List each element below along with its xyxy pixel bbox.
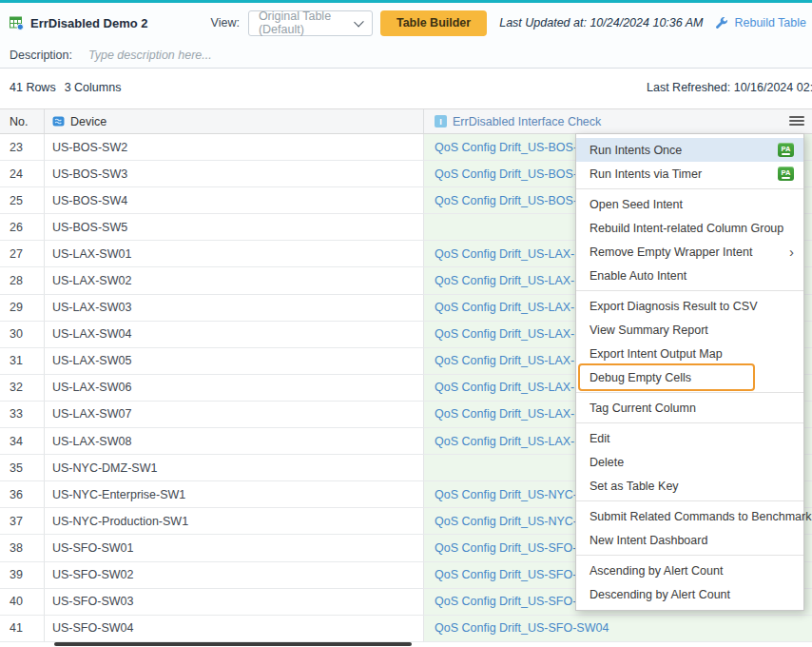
intent-check-cell: QoS Config Drift_US-SFO-SW04 bbox=[424, 616, 812, 642]
column-menu-icon[interactable] bbox=[789, 116, 804, 126]
device-cell: US-LAX-SW03 bbox=[45, 295, 424, 322]
last-updated-text: Last Updated at: 10/24/2024 10:36 AM bbox=[499, 16, 703, 29]
device-cell: US-NYC-Enterprise-SW1 bbox=[45, 481, 424, 508]
row-number-cell: 28 bbox=[0, 267, 45, 294]
horizontal-scrollbar-thumb[interactable] bbox=[54, 642, 412, 646]
menu-item-debug-empty-cells[interactable]: Debug Empty Cells bbox=[576, 365, 803, 389]
device-cell: US-LAX-SW05 bbox=[45, 348, 424, 375]
device-cell: US-LAX-SW07 bbox=[45, 402, 424, 428]
menu-item-new-intent-dashboard[interactable]: New Intent Dashboard bbox=[576, 528, 803, 552]
menu-item-submit-related-commands-to-benchmark[interactable]: Submit Related Commands to Benchmark bbox=[576, 504, 803, 528]
menu-item-open-seed-intent[interactable]: Open Seed Intent bbox=[576, 192, 803, 216]
device-cell: US-BOS-SW3 bbox=[45, 161, 424, 187]
column-header-no[interactable]: No. bbox=[0, 109, 45, 133]
row-number-cell: 36 bbox=[0, 481, 45, 508]
menu-item-rebuild-intent-related-column-group[interactable]: Rebuild Intent-related Column Group bbox=[576, 216, 803, 240]
intent-icon: I bbox=[435, 115, 447, 127]
row-number-cell: 29 bbox=[0, 295, 45, 322]
column-count: 3 Columns bbox=[65, 81, 122, 94]
column-header-device-label: Device bbox=[70, 115, 106, 128]
menu-item-label: Run Intents via Timer bbox=[590, 167, 778, 181]
menu-separator bbox=[576, 392, 803, 393]
device-cell: US-BOS-SW2 bbox=[45, 134, 424, 161]
device-cell: US-NYC-DMZ-SW1 bbox=[45, 455, 424, 481]
menu-item-label: Remove Empty Wrapper Intent bbox=[590, 245, 789, 259]
row-number-cell: 26 bbox=[0, 214, 45, 241]
menu-item-label: Run Intents Once bbox=[590, 144, 778, 157]
column-header-intent[interactable]: I ErrDisabled Interface Check bbox=[424, 109, 812, 133]
menu-item-label: Open Seed Intent bbox=[590, 198, 794, 211]
menu-item-tag-current-column[interactable]: Tag Current Column bbox=[576, 396, 803, 420]
page-title: ErrDisabled Demo 2 bbox=[30, 16, 148, 30]
row-number-cell: 33 bbox=[0, 402, 45, 428]
row-number-cell: 40 bbox=[0, 589, 45, 616]
menu-item-run-intents-once[interactable]: Run Intents OncePA bbox=[576, 138, 803, 162]
table-viewer-page: { "header": { "title": "ErrDisabled Demo… bbox=[0, 0, 812, 647]
column-context-menu: Run Intents OncePARun Intents via TimerP… bbox=[575, 133, 804, 611]
menu-item-label: Export Diagnosis Result to CSV bbox=[590, 300, 794, 313]
menu-separator bbox=[576, 422, 803, 423]
view-label: View: bbox=[211, 16, 240, 29]
stats-row: 41 Rows 3 Columns Last Refreshed: 10/16/… bbox=[0, 69, 812, 108]
row-number-cell: 34 bbox=[0, 428, 45, 455]
row-number-cell: 32 bbox=[0, 375, 45, 402]
row-number-cell: 27 bbox=[0, 241, 45, 267]
row-number-cell: 24 bbox=[0, 161, 45, 187]
row-number-cell: 38 bbox=[0, 535, 45, 561]
submenu-arrow-icon: › bbox=[789, 246, 794, 258]
row-number-cell: 41 bbox=[0, 616, 45, 642]
row-count: 41 Rows bbox=[10, 81, 56, 94]
menu-item-label: New Intent Dashboard bbox=[590, 534, 794, 547]
menu-item-set-as-table-key[interactable]: Set as Table Key bbox=[576, 474, 803, 498]
menu-item-delete[interactable]: Delete bbox=[576, 450, 803, 474]
device-cell: US-BOS-SW4 bbox=[45, 187, 424, 214]
column-header-device[interactable]: Device bbox=[45, 109, 424, 133]
column-header-intent-label: ErrDisabled Interface Check bbox=[453, 115, 601, 128]
menu-item-remove-empty-wrapper-intent[interactable]: Remove Empty Wrapper Intent› bbox=[576, 240, 803, 264]
menu-item-export-intent-output-map[interactable]: Export Intent Output Map bbox=[576, 342, 803, 365]
menu-item-label: Submit Related Commands to Benchmark bbox=[590, 510, 811, 523]
menu-item-label: View Summary Report bbox=[590, 324, 794, 337]
header-band: ErrDisabled Demo 2 View: Original Table … bbox=[0, 3, 812, 69]
menu-item-export-diagnosis-result-to-csv[interactable]: Export Diagnosis Result to CSV bbox=[576, 294, 803, 318]
menu-item-label: Export Intent Output Map bbox=[590, 347, 794, 361]
view-select[interactable]: Original Table (Default) bbox=[248, 10, 373, 36]
device-cell: US-LAX-SW06 bbox=[45, 375, 424, 402]
menu-item-descending-by-alert-count[interactable]: Descending by Alert Count bbox=[576, 582, 803, 606]
description-row: Description: Type description here... bbox=[10, 44, 212, 67]
menu-item-label: Descending by Alert Count bbox=[590, 588, 794, 601]
row-number-cell: 25 bbox=[0, 187, 45, 214]
menu-item-enable-auto-intent[interactable]: Enable Auto Intent bbox=[576, 264, 803, 287]
last-refreshed-text: Last Refreshed: 10/16/2024 02:00 bbox=[647, 81, 812, 94]
device-cell: US-LAX-SW04 bbox=[45, 322, 424, 348]
menu-item-label: Enable Auto Intent bbox=[590, 269, 794, 283]
row-number-cell: 31 bbox=[0, 348, 45, 375]
menu-item-run-intents-via-timer[interactable]: Run Intents via TimerPA bbox=[576, 162, 803, 186]
menu-item-label: Edit bbox=[590, 432, 794, 445]
table-dimensions: 41 Rows 3 Columns bbox=[10, 81, 121, 94]
device-cell: US-SFO-SW04 bbox=[45, 616, 424, 642]
intent-result-link[interactable]: QoS Config Drift_US-SFO-SW04 bbox=[435, 621, 609, 635]
menu-separator bbox=[576, 555, 803, 556]
menu-item-label: Debug Empty Cells bbox=[590, 371, 794, 384]
description-input[interactable]: Type description here... bbox=[88, 49, 212, 62]
row-number-cell: 37 bbox=[0, 508, 45, 535]
device-cell: US-SFO-SW03 bbox=[45, 589, 424, 616]
menu-item-label: Rebuild Intent-related Column Group bbox=[590, 222, 794, 235]
pa-badge-icon: PA bbox=[778, 143, 794, 157]
menu-item-ascending-by-alert-count[interactable]: Ascending by Alert Count bbox=[576, 559, 803, 582]
view-select-value: Original Table (Default) bbox=[259, 10, 356, 36]
table-grid-icon bbox=[10, 16, 24, 30]
wrench-icon bbox=[715, 16, 728, 29]
device-cell: US-LAX-SW08 bbox=[45, 428, 424, 455]
menu-item-label: Ascending by Alert Count bbox=[590, 564, 794, 578]
rebuild-table-link[interactable]: Rebuild Table bbox=[734, 16, 806, 29]
table-builder-button[interactable]: Table Builder bbox=[380, 10, 487, 36]
menu-separator bbox=[576, 290, 803, 291]
menu-item-edit[interactable]: Edit bbox=[576, 426, 803, 450]
device-cell: US-SFO-SW01 bbox=[45, 535, 424, 561]
menu-item-view-summary-report[interactable]: View Summary Report bbox=[576, 318, 803, 342]
description-label: Description: bbox=[10, 49, 72, 62]
device-cell: US-LAX-SW01 bbox=[45, 241, 424, 267]
device-icon bbox=[52, 115, 65, 127]
